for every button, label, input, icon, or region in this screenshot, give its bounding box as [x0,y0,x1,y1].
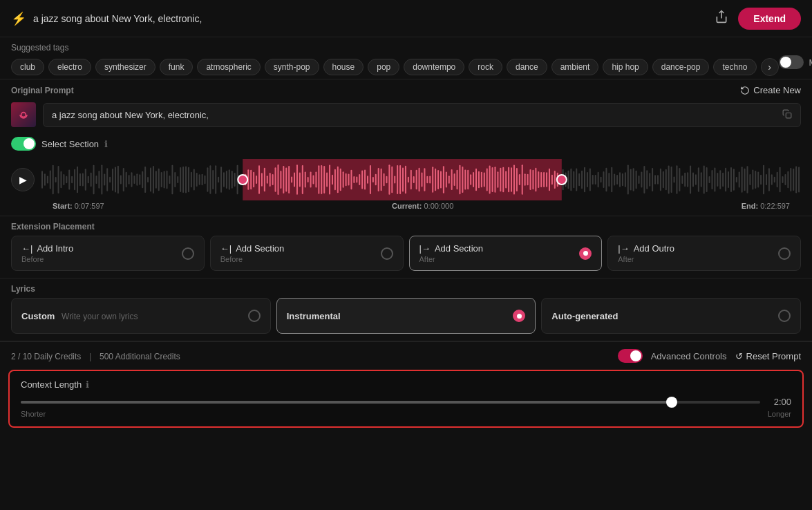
create-new-label: Create New [753,85,801,95]
svg-rect-14 [68,169,70,189]
svg-rect-98 [296,164,298,194]
tag-chip[interactable]: funk [160,59,193,75]
tag-chip[interactable]: atmospheric [197,59,260,75]
placement-add-section-before[interactable]: ←| Add Section Before [210,236,404,271]
svg-rect-237 [674,177,675,183]
tag-chip[interactable]: electro [48,59,91,75]
advanced-controls-toggle[interactable] [618,349,643,363]
lyrics-autogenerated[interactable]: Auto-generated [541,298,801,334]
svg-rect-31 [115,167,116,192]
svg-rect-182 [525,173,526,186]
select-section-toggle[interactable] [11,137,36,151]
context-info-icon[interactable]: ℹ [86,379,89,390]
prompt-thumbnail [11,102,36,127]
placement-add-intro[interactable]: ←| Add Intro Before [11,236,205,271]
extend-button[interactable]: Extend [738,8,801,30]
svg-rect-112 [334,169,336,190]
placement-add-outro-radio[interactable] [778,247,791,260]
svg-rect-256 [725,168,726,192]
svg-rect-148 [432,167,433,193]
tag-chip[interactable]: dance [507,59,547,75]
tags-more-button[interactable]: › [761,58,779,76]
svg-rect-218 [622,173,623,187]
svg-rect-273 [771,174,773,185]
tag-chip[interactable]: rock [469,59,502,75]
svg-rect-100 [302,165,303,194]
slider-thumb[interactable] [666,397,677,408]
svg-rect-73 [229,169,230,189]
svg-rect-147 [429,176,431,184]
svg-rect-30 [112,169,113,191]
tag-chip[interactable]: techno [713,59,756,75]
waveform[interactable] [41,159,801,200]
svg-rect-202 [578,173,580,187]
svg-rect-128 [378,168,379,191]
svg-rect-167 [484,173,485,187]
tag-chip[interactable]: club [11,59,44,75]
prompt-input[interactable]: a jazz song about New York, electronic, [43,103,801,127]
svg-rect-224 [639,176,640,184]
tag-chip[interactable]: dance-pop [652,59,710,75]
svg-rect-89 [272,174,274,185]
bottom-right: Advanced Controls ↺ Reset Prompt [618,349,801,363]
advanced-controls-label: Advanced Controls [651,351,727,361]
svg-rect-29 [109,177,111,183]
lyrics-custom-radio[interactable] [248,310,261,322]
svg-rect-127 [375,174,377,185]
svg-rect-75 [234,173,236,187]
svg-rect-231 [657,175,659,184]
tag-chip[interactable]: house [323,59,364,75]
svg-rect-56 [182,167,184,193]
svg-rect-205 [587,172,588,187]
tag-chip[interactable]: hip hop [603,59,648,75]
svg-rect-27 [104,173,105,185]
svg-rect-239 [679,168,680,191]
svg-rect-270 [763,165,764,194]
svg-rect-24 [96,176,97,184]
lyrics-custom[interactable]: Custom Write your own lyrics [11,298,271,334]
tag-chip[interactable]: synthesizer [95,59,155,75]
share-button[interactable] [712,7,731,30]
lyrics-instrumental[interactable]: Instrumental [276,298,536,334]
reset-prompt-button[interactable]: ↺ Reset Prompt [735,351,801,361]
select-section-info-icon[interactable]: ℹ [104,139,108,149]
svg-rect-211 [603,171,604,188]
svg-rect-115 [343,171,344,187]
play-button[interactable]: ▶ [11,168,35,191]
placement-add-intro-radio[interactable] [182,247,194,260]
svg-rect-26 [101,164,102,194]
svg-rect-190 [546,172,547,187]
svg-rect-104 [313,175,314,184]
slider-time-value: 2:00 [767,397,791,407]
svg-rect-91 [277,164,278,195]
daily-credits: 2 / 10 Daily Credits [11,352,81,361]
svg-rect-11 [60,171,62,188]
create-new-button[interactable]: Create New [740,85,801,95]
svg-rect-213 [608,173,610,187]
svg-rect-268 [757,171,759,187]
svg-rect-54 [177,176,178,183]
placement-add-section-after-radio[interactable] [579,247,592,260]
svg-rect-131 [386,176,387,183]
tag-chip[interactable]: pop [368,59,399,75]
tags-row: club electro synthesizer funk atmospheri… [11,58,779,76]
svg-rect-140 [410,170,412,189]
svg-rect-67 [212,170,214,189]
lyrics-autogenerated-radio[interactable] [778,310,791,322]
svg-rect-142 [416,170,417,190]
svg-rect-192 [551,175,553,185]
placement-add-section-after[interactable]: |→ Add Section After [409,236,603,271]
copy-icon[interactable] [782,109,792,121]
svg-rect-265 [749,174,750,185]
placement-add-section-before-radio[interactable] [381,247,393,260]
manual-mode-toggle[interactable] [779,55,804,69]
svg-rect-238 [676,165,677,193]
svg-rect-281 [793,169,794,191]
tag-chip[interactable]: downtempo [404,59,464,75]
svg-rect-161 [467,170,469,190]
placement-add-outro[interactable]: |→ Add Outro After [607,236,801,271]
lyrics-instrumental-radio[interactable] [513,310,525,322]
tag-chip[interactable]: synth-pop [265,59,319,75]
tag-chip[interactable]: ambient [551,59,599,75]
waveform-container: ▶ Start: 0:07:597 Current: 0:00:000 End:… [0,156,812,216]
